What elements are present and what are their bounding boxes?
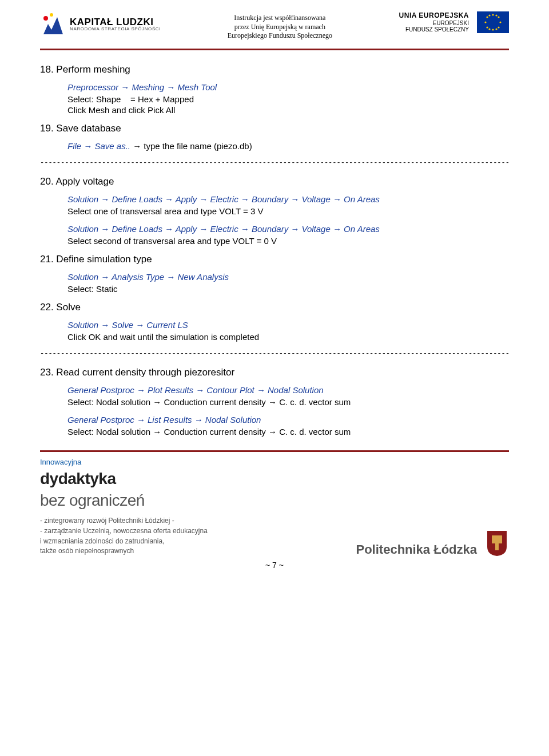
step-19-nav-suffix: → type the file name (piezo.db) xyxy=(130,141,252,151)
politechnika-crest-icon xyxy=(485,530,509,557)
svg-point-6 xyxy=(499,21,501,23)
step-23-line1: Select: Nodal solution → Conduction curr… xyxy=(67,397,509,407)
step-19-title: 19. Save database xyxy=(40,123,509,134)
step-23-nav2: General Postproc → List Results → Nodal … xyxy=(67,415,509,425)
footer-d4: także osób niepełnosprawnych xyxy=(40,547,208,556)
eu-title: UNIA EUROPEJSKA xyxy=(399,12,469,19)
header-rule xyxy=(40,49,509,50)
footer-left: Innowacyjna dydaktyka bez ograniczeń - z… xyxy=(40,458,208,557)
step-22-line1: Click OK and wait until the simulation i… xyxy=(67,332,509,342)
kl-subtitle: NARODOWA STRATEGIA SPÓJNOŚCI xyxy=(70,27,161,31)
separator-1: ----------------------------------------… xyxy=(40,159,509,167)
header-center-text: Instrukcja jest współfinansowana przez U… xyxy=(211,14,348,41)
politechnika-label: Politechnika Łódzka xyxy=(356,542,478,557)
footer-rule xyxy=(40,450,509,452)
step-23-title: 23. Read current density through piezore… xyxy=(40,367,509,378)
footer-innow: Innowacyjna xyxy=(40,458,208,467)
svg-point-14 xyxy=(495,28,497,30)
step-23-nav1: General Postproc → Plot Results → Contou… xyxy=(67,385,509,395)
step-22-title: 22. Solve xyxy=(40,302,509,313)
svg-point-5 xyxy=(484,21,486,23)
step-21-line1: Select: Static xyxy=(67,284,509,294)
page-header: KAPITAŁ LUDZKI NARODOWA STRATEGIA SPÓJNO… xyxy=(40,11,509,41)
svg-rect-15 xyxy=(492,535,502,543)
svg-point-11 xyxy=(488,14,490,16)
footer-right: Politechnika Łódzka xyxy=(356,530,510,557)
header-center-l3: Europejskiego Funduszu Społecznego xyxy=(211,31,348,41)
footer-title2: bez ograniczeń xyxy=(40,490,208,511)
kapital-ludzki-icon xyxy=(40,11,65,37)
step-21-nav: Solution → Analysis Type → New Analysis xyxy=(67,272,509,282)
header-center-l2: przez Unię Europejską w ramach xyxy=(211,23,348,32)
eu-flag-icon xyxy=(477,11,509,33)
step-22-nav: Solution → Solve → Current LS xyxy=(67,320,509,330)
kl-title: KAPITAŁ LUDZKI xyxy=(70,17,161,27)
svg-point-12 xyxy=(495,14,497,16)
step-19-nav-prefix: File → Save as.. xyxy=(67,141,130,151)
svg-point-1 xyxy=(50,13,53,17)
step-18-title: 18. Perform meshing xyxy=(40,64,509,75)
step-18-line1: Select: Shape = Hex + Mapped xyxy=(67,94,509,104)
step-23-line2: Select: Nodal solution → Conduction curr… xyxy=(67,427,509,437)
eu-sub1: EUROPEJSKI xyxy=(399,20,469,26)
step-20-title: 20. Apply voltage xyxy=(40,176,509,187)
header-center-l1: Instrukcja jest współfinansowana xyxy=(211,14,348,23)
svg-point-8 xyxy=(498,16,499,18)
step-20-nav2: Solution → Define Loads → Apply → Electr… xyxy=(67,224,509,234)
svg-point-10 xyxy=(498,26,499,28)
page-footer: Innowacyjna dydaktyka bez ograniczeń - z… xyxy=(40,458,509,557)
footer-d2: - zarządzanie Uczelnią, nowoczesna ofert… xyxy=(40,527,208,536)
page-number: ~ 7 ~ xyxy=(40,561,509,570)
footer-d1: - zintegrowany rozwój Politechniki Łódzk… xyxy=(40,517,208,526)
svg-rect-16 xyxy=(495,543,499,550)
step-18-line2: Click Mesh and click Pick All xyxy=(67,105,509,115)
separator-2: ----------------------------------------… xyxy=(40,350,509,358)
header-left-logo: KAPITAŁ LUDZKI NARODOWA STRATEGIA SPÓJNO… xyxy=(40,11,161,37)
svg-point-7 xyxy=(486,16,488,18)
footer-d3: i wzmacniania zdolności do zatrudniania, xyxy=(40,537,208,546)
eu-sub2: FUNDUSZ SPOŁECZNY xyxy=(399,26,469,33)
footer-title1: dydaktyka xyxy=(40,469,208,489)
svg-point-3 xyxy=(492,14,494,15)
step-21-title: 21. Define simulation type xyxy=(40,254,509,265)
svg-point-13 xyxy=(488,28,490,30)
step-18-nav: Preprocessor → Meshing → Mesh Tool xyxy=(67,82,509,92)
svg-point-4 xyxy=(492,29,494,30)
header-right-logo: UNIA EUROPEJSKA EUROPEJSKI FUNDUSZ SPOŁE… xyxy=(399,11,509,33)
step-20-line1: Select one of transversal area and type … xyxy=(67,206,509,216)
step-19-nav: File → Save as.. → type the file name (p… xyxy=(67,141,509,151)
svg-point-0 xyxy=(43,16,48,21)
step-20-nav1: Solution → Define Loads → Apply → Electr… xyxy=(67,194,509,204)
svg-point-9 xyxy=(486,26,488,28)
step-20-line2: Select second of transversal area and ty… xyxy=(67,236,509,246)
